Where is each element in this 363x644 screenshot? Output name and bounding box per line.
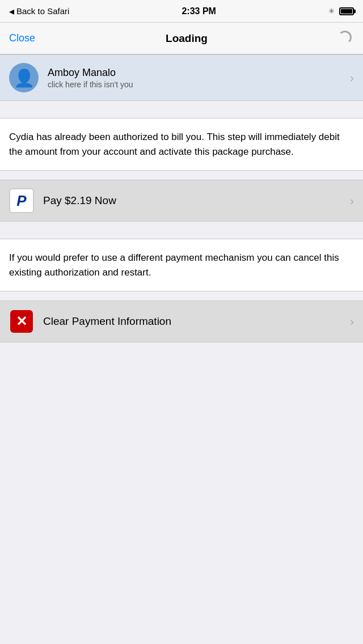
paypal-row[interactable]: P Pay $2.19 Now › <box>0 180 363 221</box>
bottom-area <box>0 342 363 512</box>
user-subtitle: click here if this isn't you <box>48 80 341 89</box>
user-row[interactable]: 👤 Amboy Manalo click here if this isn't … <box>0 55 363 100</box>
clear-x-icon: ✕ <box>16 315 27 328</box>
gap-2 <box>0 171 363 180</box>
clear-row-chevron: › <box>350 315 354 328</box>
description-block: Cydia has already been authorized to bil… <box>0 118 363 170</box>
status-icons: ✳ <box>328 7 354 15</box>
user-info: Amboy Manalo click here if this isn't yo… <box>48 67 341 89</box>
loading-spinner <box>338 31 354 46</box>
user-name: Amboy Manalo <box>48 67 341 79</box>
gap-3 <box>0 222 363 239</box>
paypal-icon: P <box>16 192 26 210</box>
gap-1 <box>0 101 363 118</box>
paypal-logo: P <box>9 188 34 213</box>
paypal-label: Pay $2.19 Now <box>43 194 341 207</box>
battery-icon <box>339 7 354 15</box>
back-to-safari[interactable]: ◂ Back to Safari <box>9 5 69 18</box>
close-button[interactable]: Close <box>9 32 35 44</box>
avatar: 👤 <box>9 63 39 92</box>
nav-title: Loading <box>166 32 208 45</box>
status-time: 2:33 PM <box>182 6 216 16</box>
nav-bar: Close Loading <box>0 23 363 54</box>
gap-4 <box>0 291 363 300</box>
user-row-chevron: › <box>350 71 354 84</box>
description-text: Cydia has already been authorized to bil… <box>9 132 340 157</box>
clear-icon: ✕ <box>9 309 34 334</box>
back-label: Back to Safari <box>16 6 69 16</box>
paypal-row-chevron: › <box>350 194 354 207</box>
clear-icon-bg: ✕ <box>10 310 33 333</box>
alternative-text: If you would prefer to use a different p… <box>9 252 339 278</box>
clear-payment-row[interactable]: ✕ Clear Payment Information › <box>0 301 363 342</box>
back-arrow-icon: ◂ <box>9 5 14 18</box>
signal-icon: ✳ <box>328 7 335 15</box>
avatar-icon: 👤 <box>14 68 35 88</box>
status-bar: ◂ Back to Safari 2:33 PM ✳ <box>0 0 363 23</box>
clear-label: Clear Payment Information <box>43 315 341 328</box>
alternative-block: If you would prefer to use a different p… <box>0 239 363 291</box>
